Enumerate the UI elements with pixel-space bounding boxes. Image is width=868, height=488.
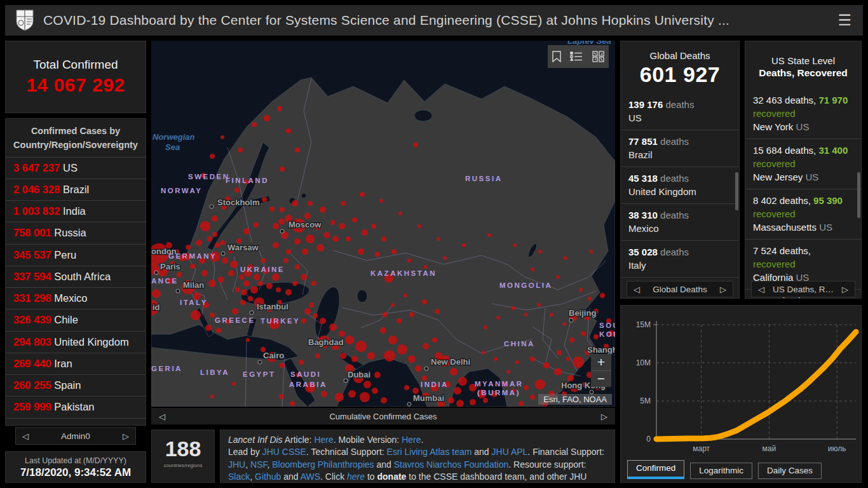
country-row[interactable]: 2 046 328 Brazil	[6, 179, 146, 201]
svg-text:KAZAKHSTAN: KAZAKHSTAN	[370, 269, 437, 277]
deaths-row[interactable]: 45 318 deathsUnited Kingdom	[621, 167, 739, 204]
pager-prev-icon[interactable]: ◁	[758, 285, 764, 294]
attribution-panel: Lancet Inf Dis Article: Here. Mobile Ver…	[220, 430, 615, 483]
deaths-row[interactable]: 139 176 deathsUS	[621, 93, 739, 130]
svg-text:Beijing: Beijing	[569, 308, 596, 318]
attribution-link[interactable]: Bloomberg Philanthropies	[272, 459, 374, 470]
cases-chart-panel: 05M10M15Mмартмайиюль ConfirmedLogarithmi…	[620, 305, 862, 483]
svg-text:ARABIA: ARABIA	[289, 381, 327, 388]
country-row[interactable]: 3 647 237 US	[6, 158, 146, 179]
svg-text:TURKEY: TURKEY	[261, 317, 300, 325]
svg-text:Stockholm: Stockholm	[217, 198, 259, 207]
attribution-link[interactable]: JHU CSSE	[262, 447, 306, 457]
attribution-link[interactable]: JHU	[228, 459, 245, 470]
total-confirmed-label: Total Confirmed	[6, 58, 146, 72]
country-row[interactable]: 326 439 Chile	[6, 309, 146, 331]
attribution-link[interactable]: here	[347, 471, 365, 482]
map-attribution: Esri, FAO, NOAA	[538, 394, 612, 405]
us-state-panel: US State Level Deaths, Recovered 32 463 …	[745, 41, 862, 299]
country-row[interactable]: 259 999 Pakistan	[6, 396, 146, 418]
country-row[interactable]: 1 003 832 India	[6, 201, 146, 222]
svg-text:(BURMA): (BURMA)	[477, 389, 520, 396]
us-state-subtitle: Deaths, Recovered	[745, 67, 861, 79]
attribution-link[interactable]: Here	[402, 435, 421, 445]
pager-label: Global Deaths	[653, 285, 707, 294]
confirmed-by-country-panel: Confirmed Cases by Country/Region/Sovere…	[5, 118, 146, 426]
attribution-link[interactable]: NSF	[250, 459, 267, 470]
chart-tabs: ConfirmedLogarithmicDaily Cases	[627, 460, 822, 479]
page-title: COVID-19 Dashboard by the Center for Sys…	[43, 13, 832, 28]
svg-text:GERMANY: GERMANY	[168, 252, 217, 260]
svg-text:Norwegian: Norwegian	[153, 132, 195, 142]
pager-next-icon[interactable]: ▷	[720, 285, 726, 294]
basemap-icon[interactable]	[592, 51, 604, 62]
pager-next-icon[interactable]: ▷	[842, 285, 848, 294]
chart-tab-daily-cases[interactable]: Daily Cases	[758, 463, 822, 479]
cumulative-cases-chart[interactable]: 05M10M15Mмартмайиюль	[621, 308, 861, 461]
us-state-row[interactable]: 8 402 deaths, 95 390 recoveredMassachuse…	[745, 189, 861, 240]
svg-text:ITALY: ITALY	[180, 299, 208, 306]
jhu-logo-icon	[15, 9, 34, 32]
us-deaths-pager: ◁ US Deaths, R… ▷	[751, 281, 855, 297]
last-updated-label: Last Updated at (M/D/YYYY)	[6, 456, 146, 465]
map-zoom-control: + −	[591, 354, 611, 387]
svg-text:15M: 15M	[636, 320, 651, 329]
deaths-row[interactable]: 35 028 deathsItaly	[621, 241, 739, 278]
world-map[interactable]: StockholmMoscowWarsawondonParisMilanidIs…	[151, 41, 615, 407]
attribution-link[interactable]: AWS	[301, 471, 320, 482]
svg-text:MYANMAR: MYANMAR	[475, 380, 524, 388]
svg-text:New Delhi: New Delhi	[431, 357, 470, 367]
scrollbar-thumb[interactable]	[735, 172, 738, 210]
chart-tab-logarithmic[interactable]: Logarithmic	[690, 463, 752, 479]
menu-icon[interactable]: ☰	[837, 13, 851, 28]
us-state-row[interactable]: 15 684 deaths, 31 400 recoveredNew Jerse…	[745, 139, 861, 189]
attribution-link[interactable]: Slack	[228, 471, 250, 482]
legend-icon[interactable]	[570, 51, 583, 62]
scrollbar-thumb[interactable]	[857, 172, 860, 218]
countries-count-panel: 188 countries/regions	[151, 430, 215, 483]
country-row[interactable]: 294 803 United Kingdom	[6, 332, 146, 353]
svg-text:GREECE: GREECE	[215, 316, 255, 324]
zoom-out-button[interactable]: −	[591, 371, 611, 388]
deaths-row[interactable]: 38 310 deathsMexico	[621, 204, 739, 241]
map-footer-pager: ◁ Cumulative Confirmed Cases ▷	[151, 408, 615, 424]
country-row[interactable]: 758 001 Russia	[6, 222, 146, 244]
pager-next-icon[interactable]: ▷	[601, 412, 607, 421]
svg-text:Warsaw: Warsaw	[227, 243, 259, 252]
attribution-link[interactable]: Esri Living Atlas team	[387, 447, 472, 457]
pager-prev-icon[interactable]: ◁	[22, 431, 29, 441]
svg-text:id: id	[153, 302, 160, 312]
attribution-line: Lancet Inf Dis Article: Here. Mobile Ver…	[228, 434, 607, 446]
svg-text:Istanbul: Istanbul	[257, 302, 288, 311]
country-row[interactable]: 345 537 Peru	[6, 245, 146, 266]
attribution-link[interactable]: JHU APL	[492, 447, 528, 457]
attribution-link[interactable]: Github	[255, 471, 281, 482]
global-deaths-list: 139 176 deathsUS77 851 deathsBrazil45 31…	[621, 93, 739, 299]
svg-text:Moscow: Moscow	[288, 220, 322, 229]
us-state-row[interactable]: 32 463 deaths, 71 970 recoveredNew York …	[745, 89, 861, 139]
country-row[interactable]: 245 851 Saudi Arabia	[6, 419, 146, 426]
country-row[interactable]: 337 594 South Africa	[6, 266, 146, 288]
country-row[interactable]: 331 298 Mexico	[6, 288, 146, 309]
attribution-link[interactable]: Stavros Niarchos Foundation	[394, 459, 509, 470]
deaths-row[interactable]: 77 851 deathsBrazil	[621, 130, 739, 167]
country-list: 3 647 237 US2 046 328 Brazil1 003 832 In…	[6, 158, 146, 426]
zoom-in-button[interactable]: +	[591, 354, 611, 371]
bookmark-icon[interactable]	[552, 51, 561, 62]
svg-text:GERIA: GERIA	[151, 365, 182, 372]
attribution-link[interactable]: Here	[314, 435, 333, 445]
chart-tab-confirmed[interactable]: Confirmed	[627, 460, 684, 479]
svg-text:май: май	[763, 444, 776, 453]
pager-prev-icon[interactable]: ◁	[634, 285, 640, 294]
svg-text:Dubai: Dubai	[348, 370, 370, 379]
global-deaths-value: 601 927	[621, 62, 739, 87]
country-row[interactable]: 269 440 Iran	[6, 353, 146, 375]
country-row[interactable]: 260 255 Spain	[6, 375, 146, 396]
svg-text:ANCE: ANCE	[151, 277, 179, 285]
pager-next-icon[interactable]: ▷	[123, 431, 129, 441]
svg-text:0: 0	[646, 435, 651, 444]
svg-text:SAUDI: SAUDI	[290, 370, 321, 378]
pager-label: US Deaths, R…	[773, 285, 834, 294]
pager-prev-icon[interactable]: ◁	[159, 412, 165, 421]
us-state-title: US State Level	[745, 55, 861, 66]
